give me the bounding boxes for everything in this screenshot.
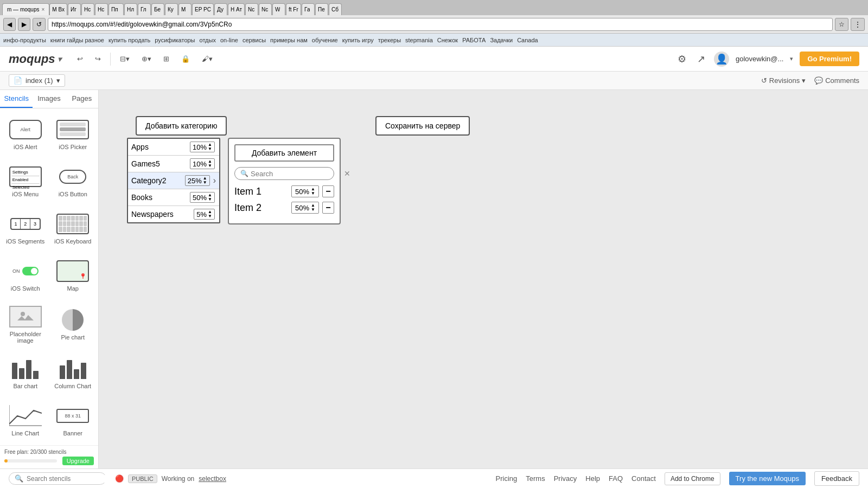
bookmark-item[interactable]: Canada [517,37,538,43]
browser-tab-active[interactable]: m — moqups × [2,3,49,15]
align-button[interactable]: ⊟▾ [115,52,135,66]
bookmark-item[interactable]: купить продать [108,37,150,43]
search-input[interactable] [251,170,342,178]
upgrade-button[interactable]: Upgrade [62,457,94,465]
category-value-box[interactable]: 50% ▲ ▼ [190,192,215,203]
help-link[interactable]: Help [585,474,600,483]
paint-button[interactable]: 🖌▾ [197,52,218,66]
comments-button[interactable]: 💬 Comments [814,76,859,85]
bookmark-item[interactable]: stepmania [405,37,433,43]
browser-tab[interactable]: W [272,3,285,15]
browser-tab[interactable]: ft Fr [286,3,301,15]
category-value-box[interactable]: 25% ▲ ▼ [185,175,210,186]
bookmark-item[interactable]: сервисы [242,37,266,43]
browser-tab[interactable]: Га [302,3,315,15]
browser-tab[interactable]: Ду [214,3,227,15]
refresh-button[interactable]: ↺ [33,18,46,31]
category-value-box[interactable]: 10% ▲ ▼ [190,158,215,169]
item-value-box-1[interactable]: 50% ▲ ▼ [291,185,319,197]
browser-tab[interactable]: Nc [245,3,258,15]
clear-icon[interactable]: ✕ [344,169,350,178]
redo-button[interactable]: ↪ [90,52,106,66]
stencil-item-placeholder[interactable]: Placeholder image [2,299,49,349]
terms-link[interactable]: Terms [526,474,545,483]
decrement-icon[interactable]: ▼ [208,214,212,219]
save-server-button[interactable]: Сохранить на сервер [375,116,470,136]
layer-button[interactable]: ⊕▾ [137,52,156,66]
browser-tab[interactable]: Пп [108,3,124,15]
browser-tab[interactable]: Нс [95,3,108,15]
add-to-chrome-button[interactable]: Add to Chrome [665,472,720,485]
undo-button[interactable]: ↩ [72,52,88,66]
browser-tab[interactable]: М [178,3,192,15]
contact-link[interactable]: Contact [631,474,656,483]
feedback-button[interactable]: Feedback [814,471,859,486]
stencil-item-ios-switch[interactable]: ON iOS Switch [2,252,49,298]
stencil-item-ios-picker[interactable]: iOS Picker [50,111,97,157]
add-category-button[interactable]: Добавить категорию [136,116,227,136]
tab-images[interactable]: Images [33,90,65,108]
decrement-icon[interactable]: ▼ [208,164,212,168]
tab-close[interactable]: × [41,7,44,12]
browser-tab[interactable]: Иг [68,3,81,15]
bookmark-item[interactable]: Задачки [490,37,513,43]
browser-tab[interactable]: Сб [329,3,342,15]
category-value-box[interactable]: 5% ▲ ▼ [194,209,215,220]
category-value-box[interactable]: 10% ▲ ▼ [190,142,215,152]
stencil-item-map[interactable]: Map [50,252,97,298]
stencil-item-banner[interactable]: 88 x 31 Banner [50,397,97,443]
decrement-icon[interactable]: ▼ [311,191,315,196]
bookmark-item[interactable]: on-line [220,37,238,43]
share-button[interactable]: ↗ [695,51,707,67]
star-button[interactable]: ☆ [835,18,848,31]
revisions-button[interactable]: ↺ Revisions ▾ [761,76,806,85]
privacy-link[interactable]: Privacy [554,474,577,483]
menu-button[interactable]: ⋮ [851,18,865,31]
faq-link[interactable]: FAQ [609,474,623,483]
browser-tab[interactable]: Nc [259,3,272,15]
decrement-icon[interactable]: ▼ [311,208,315,212]
stencil-item-ios-button[interactable]: Back iOS Button [50,158,97,204]
bookmark-item[interactable]: Снежок [437,37,458,43]
address-bar[interactable] [48,18,833,31]
browser-tab[interactable]: Н Ат [228,3,245,15]
stencil-item-ios-alert[interactable]: Alert iOS Alert [2,111,49,157]
browser-tab[interactable]: Гл [138,3,151,15]
bookmark-item[interactable]: примеры нам [270,37,308,43]
pricing-link[interactable]: Pricing [496,474,518,483]
bookmark-item[interactable]: отдых [200,37,216,43]
stencil-item-line-chart[interactable]: Line Chart [2,397,49,443]
bookmark-item[interactable]: купить игру [342,37,374,43]
page-indicator[interactable]: 📄 index (1) ▾ [9,74,65,87]
lock-button[interactable]: 🔒 [176,52,195,66]
logo-dropdown-icon[interactable]: ▾ [58,55,61,63]
stencil-item-ios-menu[interactable]: Settings Enabled Selected iOS Menu [2,158,49,204]
browser-tab[interactable]: Нл [124,3,137,15]
grid-button[interactable]: ⊞ [158,52,174,66]
browser-tab[interactable]: Пе [315,3,328,15]
search-stencils-input[interactable] [27,475,108,483]
tab-pages[interactable]: Pages [66,90,98,108]
stencil-item-bar-chart[interactable]: Bar chart [2,350,49,396]
bookmark-item[interactable]: книги гайды разное [50,37,104,43]
stencil-item-ios-segments[interactable]: 123 iOS Segments [2,205,49,251]
bookmark-item[interactable]: обучение [312,37,338,43]
forward-button[interactable]: ▶ [18,18,30,31]
stencil-item-ios-keyboard[interactable]: iOS Keyboard [50,205,97,251]
username-dropdown[interactable]: ▾ [790,55,793,62]
bookmark-item[interactable]: РАБОТА [462,37,486,43]
browser-tab[interactable]: ЕР PC [192,3,214,15]
decrement-icon[interactable]: ▼ [208,197,212,202]
add-element-button[interactable]: Добавить элемент [234,144,334,162]
item-remove-button-1[interactable]: − [322,185,334,197]
browser-tab[interactable]: Ку [165,3,178,15]
browser-tab[interactable]: Нс [81,3,94,15]
settings-button[interactable]: ⚙ [675,51,688,67]
tab-stencils[interactable]: Stencils [0,90,33,108]
stencil-item-pie-chart[interactable]: Pie chart [50,299,97,349]
item-value-box-2[interactable]: 50% ▲ ▼ [291,202,319,214]
back-button[interactable]: ◀ [3,18,16,31]
browser-tab[interactable]: Бе [151,3,164,15]
page-dropdown-icon[interactable]: ▾ [56,76,60,85]
item-remove-button-2[interactable]: − [322,202,334,214]
